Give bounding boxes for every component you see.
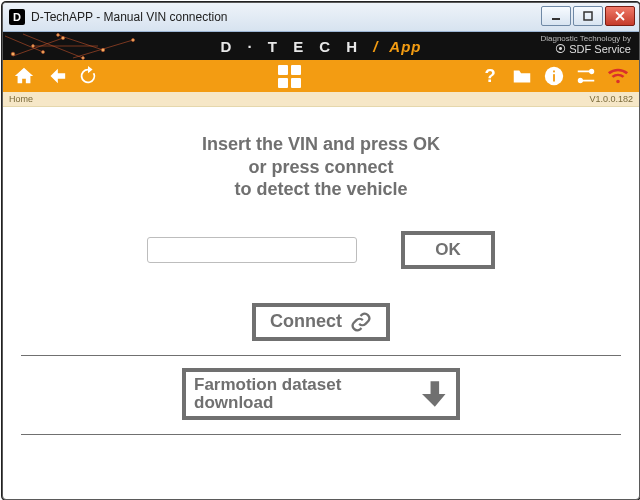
svg-rect-1 (584, 12, 592, 20)
brand-slash: / (373, 38, 377, 55)
svg-point-9 (42, 51, 45, 54)
close-button[interactable] (605, 6, 635, 26)
svg-line-5 (58, 35, 103, 50)
svg-point-12 (101, 48, 104, 51)
wifi-icon[interactable] (607, 65, 629, 87)
refresh-icon[interactable] (77, 65, 99, 87)
window-title: D-TechAPP - Manual VIN connection (31, 10, 228, 24)
info-icon[interactable] (543, 65, 565, 87)
window-controls (541, 6, 635, 26)
brand-graphic (3, 32, 153, 60)
help-icon[interactable]: ? (479, 65, 501, 87)
link-icon (350, 311, 372, 333)
vin-input[interactable] (147, 237, 357, 263)
folder-icon[interactable] (511, 65, 533, 87)
back-icon[interactable] (45, 65, 67, 87)
vin-row: OK (3, 231, 639, 269)
svg-point-10 (61, 36, 64, 39)
brand-tagline-block: Diagnostic Technology by ⦿ SDF Service (540, 34, 631, 54)
window-titlebar: D D-TechAPP - Manual VIN connection (3, 3, 639, 32)
svg-point-11 (82, 57, 85, 60)
download-arrow-icon (422, 379, 448, 409)
brand-name: D · T E C H (220, 38, 363, 55)
connect-button-label: Connect (270, 311, 342, 332)
brand-logo: D · T E C H / App (220, 38, 421, 55)
minimize-button[interactable] (541, 6, 571, 26)
app-favicon: D (9, 9, 25, 25)
main-toolbar: ? (3, 60, 639, 92)
svg-point-8 (11, 52, 15, 56)
divider-1 (21, 355, 621, 356)
brand-app-label: App (389, 38, 421, 55)
main-content: Insert the VIN and press OK or press con… (3, 107, 639, 499)
download-button[interactable]: Farmotion dataset download (182, 368, 460, 420)
svg-rect-0 (552, 18, 560, 20)
brand-company: ⦿ SDF Service (540, 44, 631, 54)
svg-point-13 (132, 39, 135, 42)
svg-text:?: ? (485, 65, 496, 86)
home-icon[interactable] (13, 65, 35, 87)
svg-rect-19 (553, 71, 555, 73)
breadcrumb[interactable]: Home (9, 94, 33, 104)
instruction-line-1: Insert the VIN and press OK (3, 133, 639, 156)
app-window: D D-TechAPP - Manual VIN connection (2, 2, 640, 500)
version-label: V1.0.0.182 (589, 94, 633, 104)
ok-button[interactable]: OK (401, 231, 495, 269)
download-button-label: Farmotion dataset download (194, 376, 422, 412)
connect-button[interactable]: Connect (252, 303, 390, 341)
svg-point-15 (57, 34, 60, 37)
svg-rect-18 (553, 74, 555, 81)
settings-icon[interactable] (575, 65, 597, 87)
svg-line-2 (5, 36, 43, 52)
instruction-line-2: or press connect (3, 156, 639, 179)
apps-icon[interactable] (278, 65, 301, 88)
svg-point-14 (32, 45, 35, 48)
brand-header: D · T E C H / App Diagnostic Technology … (3, 32, 639, 60)
breadcrumb-bar: Home V1.0.0.182 (3, 92, 639, 107)
maximize-button[interactable] (573, 6, 603, 26)
instruction-text: Insert the VIN and press OK or press con… (3, 133, 639, 201)
divider-2 (21, 434, 621, 435)
instruction-line-3: to detect the vehicle (3, 178, 639, 201)
